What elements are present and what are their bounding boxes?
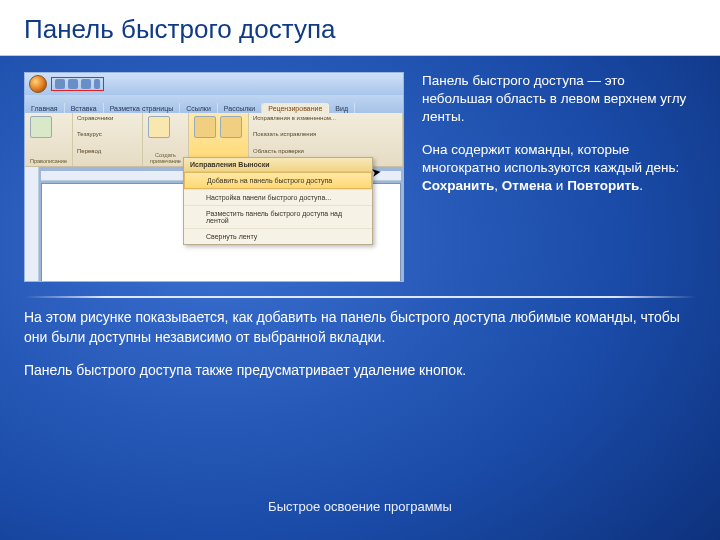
ruler-vertical [25, 167, 39, 281]
spellcheck-icon[interactable] [30, 116, 52, 138]
group-comment-label: Создать примечание [147, 152, 184, 164]
footer-text: Быстрое освоение программы [0, 499, 720, 514]
side-para-2: Она содержит команды, которые многократн… [422, 141, 696, 196]
group-spelling-label: Правописание [29, 158, 68, 164]
tab-references[interactable]: Ссылки [180, 103, 218, 113]
show-markup-button[interactable]: Показать исправления [253, 131, 398, 137]
context-menu: Исправления Выноски Добавить на панель б… [183, 157, 373, 245]
divider-line [24, 296, 696, 298]
research-button[interactable]: Справочники [77, 115, 138, 121]
thesaurus-button[interactable]: Тезаурус [77, 131, 138, 137]
track-changes-icon[interactable] [194, 116, 216, 138]
undo-icon[interactable] [68, 79, 78, 89]
lower-para-2: Панель быстрого доступа также предусматр… [24, 361, 696, 381]
tab-view[interactable]: Вид [329, 103, 355, 113]
display-mode-button[interactable]: Исправления в измененном... [253, 115, 398, 121]
ribbon-tabs: Главная Вставка Разметка страницы Ссылки… [25, 95, 403, 113]
qat-dropdown-icon[interactable] [94, 79, 100, 89]
tab-mailings[interactable]: Рассылки [218, 103, 262, 113]
tab-review[interactable]: Рецензирование [262, 103, 329, 113]
tab-insert[interactable]: Вставка [65, 103, 104, 113]
translate-button[interactable]: Перевод [77, 148, 138, 154]
save-icon[interactable] [55, 79, 65, 89]
new-comment-icon[interactable] [148, 116, 170, 138]
balloons-icon[interactable] [220, 116, 242, 138]
side-text-block: Панель быстрого доступа — это небольшая … [422, 72, 696, 282]
side-para-1: Панель быстрого доступа — это небольшая … [422, 72, 696, 127]
qat-highlight-box [51, 77, 104, 91]
reviewing-pane-button[interactable]: Область проверки [253, 148, 398, 154]
slide-title: Панель быстрого доступа [0, 0, 720, 56]
word-screenshot: Главная Вставка Разметка страницы Ссылки… [24, 72, 404, 282]
ctx-minimize-ribbon[interactable]: Свернуть ленту [184, 228, 372, 244]
tab-layout[interactable]: Разметка страницы [104, 103, 181, 113]
ctx-customize-qat[interactable]: Настройка панели быстрого доступа... [184, 189, 372, 205]
ctx-move-qat[interactable]: Разместить панель быстрого доступа над л… [184, 205, 372, 228]
redo-icon[interactable] [81, 79, 91, 89]
qat-row [25, 73, 403, 95]
context-menu-header: Исправления Выноски [184, 158, 372, 172]
tab-home[interactable]: Главная [25, 103, 65, 113]
office-button[interactable] [29, 75, 47, 93]
lower-text-block: На этом рисунке показывается, как добави… [0, 308, 720, 381]
lower-para-1: На этом рисунке показывается, как добави… [24, 308, 696, 347]
ctx-add-to-qat[interactable]: Добавить на панель быстрого доступа [184, 172, 372, 189]
